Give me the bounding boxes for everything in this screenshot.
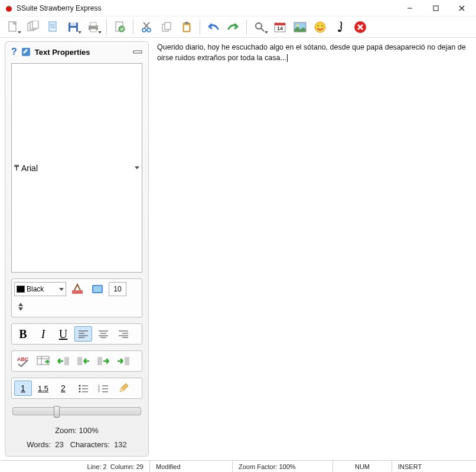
bold-button[interactable]: B bbox=[14, 326, 32, 342]
formatting-row: B I U bbox=[11, 323, 142, 345]
status-line-col: Line: 2 Column: 29 bbox=[0, 461, 150, 472]
font-size-input[interactable]: 10 bbox=[109, 282, 126, 296]
svg-text:3: 3 bbox=[98, 390, 100, 392]
page-setup-button[interactable] bbox=[110, 18, 129, 36]
paste-button[interactable] bbox=[177, 18, 196, 36]
align-left-button[interactable] bbox=[74, 326, 92, 342]
svg-point-31 bbox=[256, 23, 262, 29]
text-properties-panel: ? Text Properties ₸ Arial Black bbox=[5, 41, 149, 457]
linespacing-2-button[interactable]: 2 bbox=[54, 381, 72, 396]
svg-point-38 bbox=[315, 22, 325, 32]
svg-point-23 bbox=[147, 28, 151, 32]
font-size-value: 10 bbox=[113, 285, 121, 293]
status-num: NUM bbox=[333, 461, 392, 472]
redo-button[interactable] bbox=[224, 18, 243, 36]
content-area: ? Text Properties ₸ Arial Black bbox=[0, 38, 476, 460]
music-note-button[interactable] bbox=[331, 18, 350, 36]
app-title: SSuite Strawberry Express bbox=[17, 4, 397, 12]
main-toolbar: 14 bbox=[0, 17, 476, 38]
numbered-list-button[interactable]: 123 bbox=[94, 381, 112, 396]
open-document-button[interactable] bbox=[44, 18, 63, 36]
exit-button[interactable] bbox=[351, 18, 370, 36]
status-insert: INSERT bbox=[392, 461, 476, 472]
cut-button[interactable] bbox=[137, 18, 156, 36]
italic-button[interactable]: I bbox=[34, 326, 52, 342]
spellcheck-button[interactable]: ABC bbox=[14, 353, 32, 369]
edit-icon[interactable] bbox=[21, 47, 31, 57]
svg-rect-9 bbox=[49, 22, 56, 31]
svg-rect-15 bbox=[70, 28, 76, 32]
close-button[interactable] bbox=[449, 0, 475, 17]
svg-line-32 bbox=[261, 28, 264, 31]
svg-point-41 bbox=[338, 30, 341, 32]
font-size-stepper[interactable] bbox=[14, 299, 27, 314]
help-icon[interactable]: ? bbox=[11, 47, 17, 57]
bullet-list-button[interactable] bbox=[74, 381, 92, 396]
calendar-button[interactable]: 14 bbox=[270, 18, 289, 36]
chevron-down-icon bbox=[135, 166, 139, 169]
editor-content: Querido diario, hoy he escuchado algo en… bbox=[157, 43, 466, 62]
svg-rect-14 bbox=[70, 22, 76, 26]
svg-rect-48 bbox=[72, 290, 83, 294]
svg-point-40 bbox=[321, 25, 323, 27]
zoom-label: Zoom: 100% bbox=[11, 424, 142, 437]
increase-indent-button[interactable] bbox=[94, 353, 112, 369]
svg-point-73 bbox=[79, 388, 81, 390]
font-color-picker-button[interactable] bbox=[69, 281, 86, 297]
font-family-select[interactable]: ₸ Arial bbox=[11, 63, 142, 273]
svg-rect-29 bbox=[185, 22, 188, 24]
chevron-down-icon bbox=[59, 288, 64, 291]
svg-rect-17 bbox=[90, 22, 96, 26]
copy-documents-button[interactable] bbox=[24, 18, 43, 36]
undo-button[interactable] bbox=[204, 18, 223, 36]
decrease-indent-button[interactable] bbox=[74, 353, 92, 369]
increase-indent-last-button[interactable] bbox=[115, 353, 132, 369]
separator bbox=[246, 19, 247, 35]
svg-rect-18 bbox=[90, 29, 96, 32]
underline-button[interactable]: U bbox=[54, 326, 72, 342]
decrease-indent-first-button[interactable] bbox=[54, 353, 72, 369]
text-editor[interactable]: Querido diario, hoy he escuchado algo en… bbox=[151, 38, 476, 460]
window-controls bbox=[397, 0, 475, 17]
edit-pencil-button[interactable] bbox=[115, 381, 132, 396]
status-bar: Line: 2 Column: 29 Modified Zoom Factor:… bbox=[0, 460, 476, 472]
minimize-button[interactable] bbox=[397, 0, 423, 17]
collapse-icon[interactable] bbox=[133, 49, 142, 55]
svg-point-21 bbox=[119, 26, 125, 32]
svg-rect-70 bbox=[125, 357, 129, 365]
highlight-color-button[interactable] bbox=[89, 281, 106, 297]
align-right-button[interactable] bbox=[115, 326, 132, 342]
tools-row: ABC bbox=[11, 350, 142, 372]
word-char-counts: Words: 23 Characters: 132 bbox=[11, 438, 142, 451]
separator bbox=[106, 19, 107, 35]
save-button[interactable] bbox=[64, 18, 83, 36]
emoji-button[interactable] bbox=[311, 18, 330, 36]
print-button[interactable] bbox=[84, 18, 103, 36]
svg-text:14: 14 bbox=[277, 25, 283, 31]
linespacing-1_5-button[interactable]: 1.5 bbox=[34, 381, 52, 396]
align-center-button[interactable] bbox=[94, 326, 112, 342]
picture-button[interactable] bbox=[291, 18, 309, 36]
zoom-slider[interactable] bbox=[11, 405, 142, 418]
font-family-value: Arial bbox=[21, 163, 38, 173]
svg-rect-47 bbox=[133, 51, 142, 53]
svg-rect-27 bbox=[165, 22, 171, 30]
zoom-button[interactable] bbox=[250, 18, 269, 36]
status-modified: Modified bbox=[150, 461, 233, 472]
svg-rect-69 bbox=[97, 357, 102, 365]
panel-header: ? Text Properties bbox=[11, 47, 142, 57]
svg-rect-50 bbox=[93, 286, 102, 292]
svg-rect-68 bbox=[77, 357, 82, 365]
insert-table-button[interactable] bbox=[34, 353, 52, 369]
panel-title: Text Properties bbox=[35, 48, 129, 57]
svg-point-39 bbox=[317, 25, 319, 27]
titlebar: SSuite Strawberry Express bbox=[0, 0, 476, 17]
maximize-button[interactable] bbox=[423, 0, 449, 17]
linespacing-1-button[interactable]: 1 bbox=[14, 381, 32, 396]
font-color-select[interactable]: Black bbox=[14, 282, 66, 296]
svg-rect-30 bbox=[184, 25, 189, 31]
new-document-button[interactable] bbox=[4, 18, 22, 36]
text-cursor bbox=[287, 54, 288, 62]
copy-button[interactable] bbox=[157, 18, 176, 36]
svg-point-75 bbox=[79, 391, 81, 393]
